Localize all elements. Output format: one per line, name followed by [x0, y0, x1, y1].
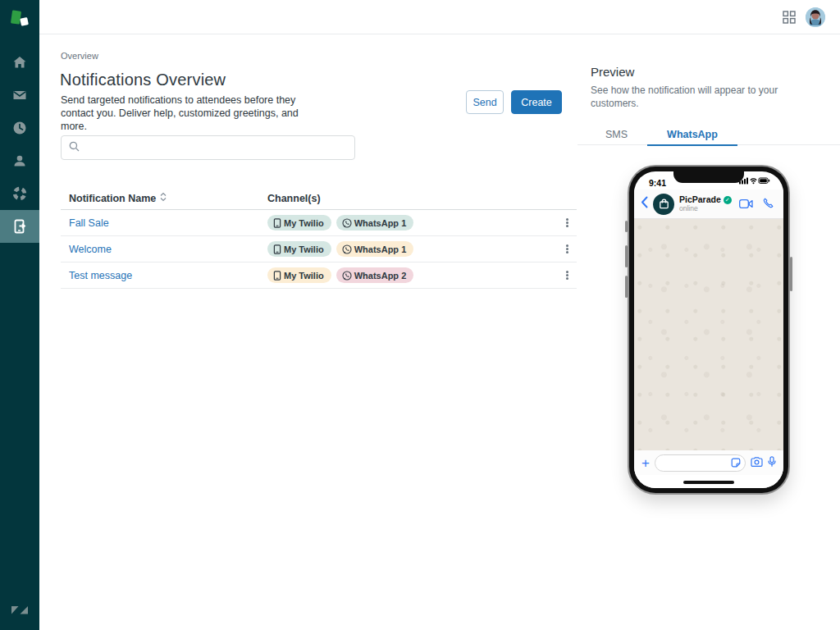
notification-link[interactable]: Fall Sale	[61, 217, 267, 229]
create-button[interactable]: Create	[511, 90, 562, 114]
whatsapp-chat-header: PicParade ✓ online	[634, 189, 783, 219]
shopping-bag-icon	[659, 199, 669, 209]
table-header: Notification Name Channel(s)	[61, 187, 577, 210]
app-window: Overview Notifications Overview Send tar…	[0, 0, 840, 630]
row-menu-button[interactable]	[557, 244, 577, 254]
whatsapp-icon	[342, 271, 352, 281]
sidebar	[0, 0, 39, 630]
channel-badge: My Twilio	[267, 215, 331, 231]
row-menu-button[interactable]	[557, 217, 577, 228]
phone-power-button	[790, 257, 792, 291]
sidebar-item-home[interactable]	[0, 46, 39, 79]
preview-panel: Preview See how the notification will ap…	[578, 34, 840, 525]
mobile-phone-icon	[273, 244, 281, 254]
table-row: Test message My Twilio WhatsApp 2	[61, 262, 577, 289]
sidebar-item-notifications[interactable]	[0, 210, 39, 243]
message-input[interactable]	[655, 454, 746, 472]
channel-badge: My Twilio	[267, 241, 331, 257]
camera-icon[interactable]	[751, 455, 763, 470]
send-button[interactable]: Send	[466, 90, 504, 114]
sidebar-item-mail[interactable]	[0, 79, 39, 112]
home-indicator[interactable]	[683, 481, 734, 484]
notifications-table: Notification Name Channel(s) Fall Sale M…	[61, 187, 577, 289]
notification-link[interactable]: Test message	[61, 270, 267, 281]
back-chevron-icon[interactable]	[641, 196, 648, 212]
chat-background	[634, 219, 783, 450]
tab-sms[interactable]: SMS	[586, 124, 647, 146]
channel-badge: WhatsApp 2	[336, 267, 414, 283]
whatsapp-input-bar: +	[634, 450, 783, 475]
channel-badge: WhatsApp 1	[336, 241, 414, 257]
sidebar-item-contacts[interactable]	[0, 144, 39, 177]
search-input[interactable]	[84, 142, 354, 153]
preview-title: Preview	[591, 65, 634, 79]
phone-volume-down-button	[625, 276, 628, 298]
contact-avatar[interactable]	[653, 194, 674, 215]
page-subtitle: Send targeted notifications to attendees…	[61, 94, 325, 133]
channel-badge: My Twilio	[267, 267, 331, 283]
search-box	[61, 135, 355, 160]
contact-presence: online	[679, 205, 734, 212]
main-content: Overview Notifications Overview Send tar…	[39, 34, 578, 525]
mobile-phone-icon	[273, 218, 281, 228]
phone-export-icon	[11, 218, 28, 235]
column-notification-name[interactable]: Notification Name	[69, 193, 156, 204]
contact-name[interactable]: PicParade	[679, 195, 721, 205]
notification-link[interactable]: Welcome	[61, 244, 267, 255]
whatsapp-icon	[342, 218, 352, 228]
phone-mockup: 9:41	[629, 167, 788, 493]
video-call-icon[interactable]	[739, 197, 753, 212]
attach-plus-icon[interactable]: +	[641, 456, 650, 470]
table-row: Welcome My Twilio WhatsApp 1	[61, 236, 577, 262]
search-icon	[69, 140, 80, 155]
mail-icon	[12, 88, 27, 103]
phone-mute-switch	[625, 221, 628, 232]
app-grid-icon[interactable]	[783, 11, 796, 24]
mobile-phone-icon	[273, 271, 281, 281]
phone-volume-up-button	[625, 245, 628, 267]
topbar	[39, 0, 840, 34]
person-icon	[12, 153, 27, 168]
zendesk-logo-icon	[0, 599, 39, 622]
product-logo-icon[interactable]	[0, 7, 39, 31]
channel-badge: WhatsApp 1	[336, 215, 414, 231]
tab-whatsapp[interactable]: WhatsApp	[647, 124, 737, 146]
life-ring-icon	[12, 186, 27, 201]
sidebar-item-history[interactable]	[0, 112, 39, 144]
preview-subtitle: See how the notification will appear to …	[591, 84, 781, 110]
breadcrumb: Overview	[61, 51, 98, 61]
home-bar-zone	[634, 475, 783, 488]
page-title: Notifications Overview	[60, 71, 226, 89]
user-avatar[interactable]	[806, 7, 825, 27]
home-icon	[12, 55, 27, 70]
clock-icon	[12, 121, 27, 135]
sort-icon[interactable]	[160, 192, 167, 204]
row-menu-button[interactable]	[557, 270, 577, 281]
column-channels: Channel(s)	[267, 193, 577, 204]
preview-tabs: SMS WhatsApp	[578, 124, 840, 145]
phone-screen: 9:41	[634, 171, 783, 488]
statusbar-time: 9:41	[649, 178, 666, 188]
microphone-icon[interactable]	[768, 455, 776, 470]
whatsapp-icon	[342, 244, 352, 254]
phone-notch	[673, 171, 744, 183]
sticker-icon	[731, 458, 741, 468]
verified-badge-icon: ✓	[724, 196, 732, 204]
voice-call-icon[interactable]	[763, 197, 774, 212]
sidebar-item-support[interactable]	[0, 177, 39, 210]
table-row: Fall Sale My Twilio WhatsApp 1	[61, 210, 577, 236]
